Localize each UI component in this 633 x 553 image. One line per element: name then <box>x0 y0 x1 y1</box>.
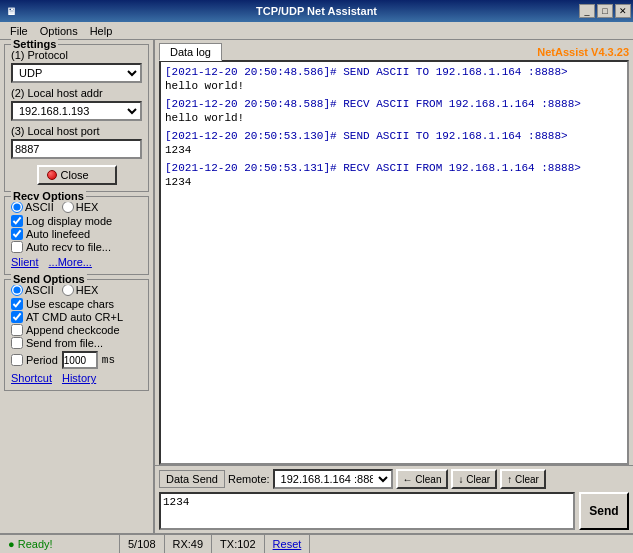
local-host-port-input[interactable] <box>11 139 142 159</box>
local-host-addr-label: (2) Local host addr <box>11 87 142 99</box>
clean-button[interactable]: ← Clean <box>396 469 449 489</box>
period-checkbox[interactable] <box>11 354 23 366</box>
send-encoding-radio-group: ASCII HEX <box>11 284 142 296</box>
recv-links: Slient ...More... <box>11 256 142 268</box>
ready-status: ● Ready! <box>0 535 120 553</box>
packet-info: 5/108 <box>120 535 165 553</box>
send-options-label: Send Options <box>11 273 87 285</box>
tx-status: TX:102 <box>212 535 264 553</box>
maximize-button[interactable]: □ <box>597 4 613 18</box>
right-panel: Data log NetAssist V4.3.23 [2021-12-20 2… <box>155 40 633 533</box>
log-header: [2021-12-20 20:50:48.586]# SEND ASCII TO… <box>165 66 623 78</box>
auto-recv-to-file-label[interactable]: Auto recv to file... <box>11 241 142 253</box>
app-icon: 🖥 <box>6 6 16 17</box>
close-label: Close <box>61 169 89 181</box>
recv-options-group: Recv Options ASCII HEX Log display mode … <box>4 196 149 275</box>
send-hex-label[interactable]: HEX <box>62 284 99 296</box>
append-checkcode-label[interactable]: Append checkcode <box>11 324 142 336</box>
settings-group: Settings (1) Protocol UDP TCP Client TCP… <box>4 44 149 192</box>
send-ascii-label[interactable]: ASCII <box>11 284 54 296</box>
close-window-button[interactable]: ✕ <box>615 4 631 18</box>
log-header: [2021-12-20 20:50:48.588]# RECV ASCII FR… <box>165 98 623 110</box>
protocol-label: (1) Protocol <box>11 49 142 61</box>
send-input-area: 1234 Send <box>155 492 633 533</box>
data-send-tab[interactable]: Data Send <box>159 470 225 488</box>
settings-label: Settings <box>11 38 58 50</box>
title-bar: 🖥 TCP/UDP Net Assistant _ □ ✕ <box>0 0 633 22</box>
send-links: Shortcut History <box>11 372 142 384</box>
send-button[interactable]: Send <box>579 492 629 530</box>
version-text: NetAssist V4.3.23 <box>537 46 629 60</box>
at-cmd-label[interactable]: AT CMD auto CR+L <box>11 311 142 323</box>
period-value-input[interactable] <box>62 351 98 369</box>
menu-help[interactable]: Help <box>84 24 119 38</box>
recv-ascii-label[interactable]: ASCII <box>11 201 54 213</box>
send-textarea[interactable]: 1234 <box>159 492 575 530</box>
close-button[interactable]: Close <box>37 165 117 185</box>
more-link[interactable]: ...More... <box>49 256 92 268</box>
log-data: 1234 <box>165 176 623 188</box>
remote-select[interactable]: 192.168.1.164 :8888 <box>273 469 393 489</box>
send-from-file-label[interactable]: Send from file... <box>11 337 142 349</box>
shortcut-link[interactable]: Shortcut <box>11 372 52 384</box>
use-escape-chars-label[interactable]: Use escape chars <box>11 298 142 310</box>
clear-recv-button[interactable]: ↓ Clear <box>451 469 497 489</box>
recv-encoding-radio-group: ASCII HEX <box>11 201 142 213</box>
minimize-button[interactable]: _ <box>579 4 595 18</box>
send-hex-radio[interactable] <box>62 284 74 296</box>
recv-hex-label[interactable]: HEX <box>62 201 99 213</box>
clear-send-button[interactable]: ↑ Clear <box>500 469 546 489</box>
reset-link[interactable]: Reset <box>265 535 311 553</box>
menu-file[interactable]: File <box>4 24 34 38</box>
send-options-group: Send Options ASCII HEX Use escape chars … <box>4 279 149 391</box>
log-header: [2021-12-20 20:50:53.130]# SEND ASCII TO… <box>165 130 623 142</box>
history-link[interactable]: History <box>62 372 96 384</box>
log-data: hello world! <box>165 80 623 92</box>
protocol-select[interactable]: UDP TCP Client TCP Server <box>11 63 142 83</box>
log-data: 1234 <box>165 144 623 156</box>
rx-status: RX:49 <box>165 535 213 553</box>
menu-bar: File Options Help <box>0 22 633 40</box>
send-ascii-radio[interactable] <box>11 284 23 296</box>
append-checkcode-checkbox[interactable] <box>11 324 23 336</box>
period-row: Period ms <box>11 351 142 369</box>
send-from-file-checkbox[interactable] <box>11 337 23 349</box>
log-data: hello world! <box>165 112 623 124</box>
status-bar: ● Ready! 5/108 RX:49 TX:102 Reset <box>0 533 633 553</box>
red-indicator <box>47 170 57 180</box>
title-controls: _ □ ✕ <box>579 4 631 18</box>
data-log-tab[interactable]: Data log <box>159 43 222 61</box>
period-label[interactable]: Period <box>11 354 58 366</box>
slient-link[interactable]: Slient <box>11 256 39 268</box>
data-send-bar: Data Send Remote: 192.168.1.164 :8888 ← … <box>155 465 633 492</box>
recv-options-label: Recv Options <box>11 190 86 202</box>
left-panel: Settings (1) Protocol UDP TCP Client TCP… <box>0 40 155 533</box>
period-unit: ms <box>102 354 115 366</box>
log-header: [2021-12-20 20:50:53.131]# RECV ASCII FR… <box>165 162 623 174</box>
log-display-mode-checkbox[interactable] <box>11 215 23 227</box>
recv-hex-radio[interactable] <box>62 201 74 213</box>
auto-linefeed-label[interactable]: Auto linefeed <box>11 228 142 240</box>
local-host-addr-input[interactable]: 192.168.1.193 <box>11 101 142 121</box>
at-cmd-checkbox[interactable] <box>11 311 23 323</box>
remote-label: Remote: <box>228 473 270 485</box>
auto-recv-to-file-checkbox[interactable] <box>11 241 23 253</box>
menu-options[interactable]: Options <box>34 24 84 38</box>
auto-linefeed-checkbox[interactable] <box>11 228 23 240</box>
window-title: TCP/UDP Net Assistant <box>256 5 377 17</box>
local-host-port-label: (3) Local host port <box>11 125 142 137</box>
recv-ascii-radio[interactable] <box>11 201 23 213</box>
log-display-mode-label[interactable]: Log display mode <box>11 215 142 227</box>
log-area[interactable]: [2021-12-20 20:50:48.586]# SEND ASCII TO… <box>159 60 629 465</box>
main-container: Settings (1) Protocol UDP TCP Client TCP… <box>0 40 633 533</box>
tab-bar: Data log NetAssist V4.3.23 <box>155 40 633 60</box>
use-escape-chars-checkbox[interactable] <box>11 298 23 310</box>
